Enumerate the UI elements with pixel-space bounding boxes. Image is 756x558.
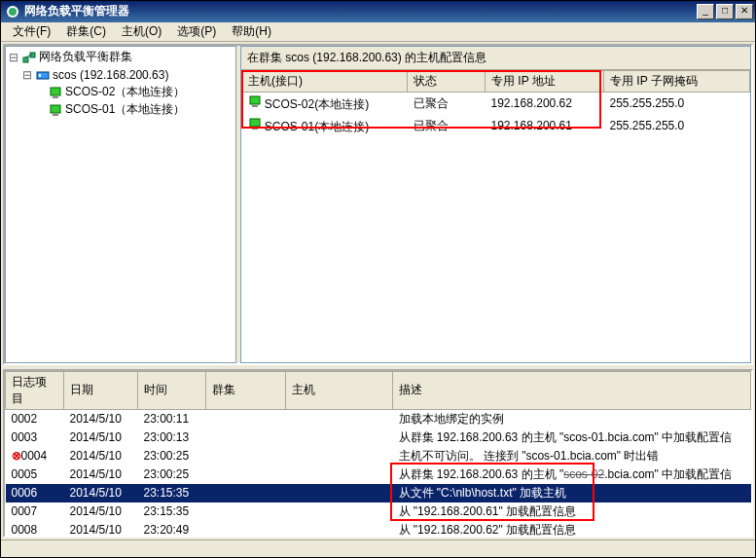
cell-desc: 从群集 192.168.200.63 的主机 "scos-02.bcia.com… bbox=[393, 465, 751, 484]
svg-rect-10 bbox=[250, 96, 260, 104]
svg-rect-2 bbox=[23, 57, 28, 62]
cell-id: 0003 bbox=[6, 428, 64, 447]
table-row[interactable]: ⊗00042014/5/1023:00:25主机不可访问。 连接到 "scos-… bbox=[6, 447, 751, 465]
table-row[interactable]: 00022014/5/1023:00:11加载本地绑定的实例 bbox=[6, 409, 751, 428]
cell-cluster bbox=[206, 428, 286, 447]
cell-desc: 从 "192.168.200.61" 加载配置信息 bbox=[393, 502, 751, 521]
cell-cluster bbox=[206, 484, 286, 502]
cell-host bbox=[286, 428, 393, 447]
table-row[interactable]: 00062014/5/1023:15:35从文件 "C:\nlb\host.tx… bbox=[6, 484, 751, 502]
table-row[interactable]: SCOS-01(本地连接) 已聚合 192.168.200.61 255.255… bbox=[242, 115, 750, 137]
svg-rect-11 bbox=[252, 105, 258, 107]
cell-time: 23:15:35 bbox=[138, 484, 206, 502]
cell-desc: 从文件 "C:\nlb\host.txt" 加载主机 bbox=[393, 484, 751, 502]
top-pane: ⊟ 网络负载平衡群集 ⊟ scos (192.168.200.63) bbox=[3, 44, 753, 365]
host-list-pane: 在群集 scos (192.168.200.63) 的主机配置信息 主机(接口)… bbox=[240, 46, 751, 363]
table-row[interactable]: 00032014/5/1023:00:13从群集 192.168.200.63 … bbox=[6, 428, 751, 447]
col-dip[interactable]: 专用 IP 地址 bbox=[486, 70, 604, 92]
host-icon bbox=[248, 117, 262, 130]
minimize-button[interactable]: _ bbox=[697, 4, 714, 19]
svg-rect-13 bbox=[252, 128, 258, 130]
cell-host bbox=[286, 447, 393, 465]
cell-desc: 从群集 192.168.200.63 的主机 "scos-01.bcia.com… bbox=[393, 428, 751, 447]
col-mask[interactable]: 专用 IP 子网掩码 bbox=[604, 70, 750, 92]
menu-file[interactable]: 文件(F) bbox=[5, 21, 58, 42]
cell-date: 2014/5/10 bbox=[64, 409, 138, 428]
table-header-row: 主机(接口) 状态 专用 IP 地址 专用 IP 子网掩码 bbox=[242, 70, 750, 92]
window-controls: _ □ ✕ bbox=[697, 4, 753, 19]
cell-cluster bbox=[206, 502, 286, 521]
cell-time: 23:00:25 bbox=[138, 465, 206, 484]
close-button[interactable]: ✕ bbox=[736, 4, 753, 19]
cell-mask: 255.255.255.0 bbox=[604, 115, 750, 137]
cluster-tree[interactable]: ⊟ 网络负载平衡群集 ⊟ scos (192.168.200.63) bbox=[5, 46, 236, 363]
svg-rect-5 bbox=[39, 74, 41, 77]
cell-mask: 255.255.255.0 bbox=[604, 92, 750, 115]
collapse-icon[interactable]: ⊟ bbox=[8, 51, 19, 64]
table-row[interactable]: 00072014/5/1023:15:35从 "192.168.200.61" … bbox=[6, 502, 751, 521]
tree-host-label[interactable]: SCOS-02（本地连接） bbox=[65, 84, 185, 100]
svg-rect-6 bbox=[51, 88, 60, 95]
tree-cluster-label[interactable]: scos (192.168.200.63) bbox=[53, 68, 168, 82]
log-pane[interactable]: 日志项目 日期 时间 群集 主机 描述 00022014/5/1023:00:1… bbox=[3, 369, 753, 538]
cell-time: 23:00:11 bbox=[138, 409, 206, 428]
cell-time: 23:20:49 bbox=[138, 521, 206, 538]
menu-help[interactable]: 帮助(H) bbox=[224, 21, 279, 42]
tree-root-label[interactable]: 网络负载平衡群集 bbox=[39, 49, 132, 65]
cell-status: 已聚合 bbox=[408, 92, 486, 115]
app-icon bbox=[5, 4, 20, 19]
cell-cluster bbox=[206, 521, 286, 538]
cell-date: 2014/5/10 bbox=[64, 521, 138, 538]
host-list-area[interactable]: 主机(接口) 状态 专用 IP 地址 专用 IP 子网掩码 SCOS-02(本地… bbox=[241, 70, 750, 362]
titlebar[interactable]: 网络负载平衡管理器 _ □ ✕ bbox=[1, 1, 755, 22]
cluster-icon bbox=[36, 68, 50, 82]
cell-cluster bbox=[206, 447, 286, 465]
main-window: 网络负载平衡管理器 _ □ ✕ 文件(F) 群集(C) 主机(O) 选项(P) … bbox=[1, 1, 755, 557]
svg-rect-8 bbox=[51, 105, 60, 113]
menu-host[interactable]: 主机(O) bbox=[114, 21, 169, 42]
cell-date: 2014/5/10 bbox=[64, 484, 138, 502]
cell-desc: 加载本地绑定的实例 bbox=[393, 409, 751, 428]
error-icon: ⊗ bbox=[12, 449, 21, 463]
col-cluster[interactable]: 群集 bbox=[206, 371, 286, 409]
nlb-root-icon bbox=[22, 51, 36, 64]
col-desc[interactable]: 描述 bbox=[393, 371, 751, 409]
collapse-icon[interactable]: ⊟ bbox=[21, 68, 33, 82]
col-date[interactable]: 日期 bbox=[64, 371, 138, 409]
table-row[interactable]: 00052014/5/1023:00:25从群集 192.168.200.63 … bbox=[6, 465, 751, 484]
svg-point-1 bbox=[9, 8, 17, 16]
col-status[interactable]: 状态 bbox=[408, 70, 486, 92]
cell-time: 23:00:13 bbox=[138, 428, 206, 447]
cell-date: 2014/5/10 bbox=[64, 465, 138, 484]
col-time[interactable]: 时间 bbox=[138, 371, 206, 409]
log-table: 日志项目 日期 时间 群集 主机 描述 00022014/5/1023:00:1… bbox=[5, 371, 751, 538]
cell-host bbox=[286, 521, 393, 538]
cell-id: 0008 bbox=[6, 521, 64, 538]
statusbar bbox=[1, 539, 755, 557]
cell-date: 2014/5/10 bbox=[64, 428, 138, 447]
table-row[interactable]: 00082014/5/1023:20:49从 "192.168.200.62" … bbox=[6, 521, 751, 538]
host-icon bbox=[248, 94, 262, 108]
host-table: 主机(接口) 状态 专用 IP 地址 专用 IP 子网掩码 SCOS-02(本地… bbox=[241, 70, 750, 137]
host-icon bbox=[49, 103, 62, 117]
host-list-caption: 在群集 scos (192.168.200.63) 的主机配置信息 bbox=[241, 47, 750, 70]
table-row[interactable]: SCOS-02(本地连接) 已聚合 192.168.200.62 255.255… bbox=[242, 92, 750, 115]
menu-options[interactable]: 选项(P) bbox=[169, 21, 224, 42]
maximize-button[interactable]: □ bbox=[716, 4, 734, 19]
svg-rect-12 bbox=[250, 119, 260, 127]
cell-cluster bbox=[206, 409, 286, 428]
svg-rect-9 bbox=[53, 114, 58, 116]
cell-dip: 192.168.200.62 bbox=[486, 92, 604, 115]
col-host[interactable]: 主机(接口) bbox=[242, 70, 408, 92]
cell-host bbox=[286, 409, 393, 428]
menu-cluster[interactable]: 群集(C) bbox=[58, 21, 114, 42]
cell-dip: 192.168.200.61 bbox=[486, 115, 604, 137]
col-host[interactable]: 主机 bbox=[286, 371, 393, 409]
table-header-row: 日志项目 日期 时间 群集 主机 描述 bbox=[6, 371, 751, 409]
cell-cluster bbox=[206, 465, 286, 484]
cell-host bbox=[286, 465, 393, 484]
cell-id: 0005 bbox=[6, 465, 64, 484]
svg-rect-7 bbox=[53, 96, 58, 98]
tree-host-label[interactable]: SCOS-01（本地连接） bbox=[65, 101, 185, 118]
col-item[interactable]: 日志项目 bbox=[6, 371, 64, 409]
